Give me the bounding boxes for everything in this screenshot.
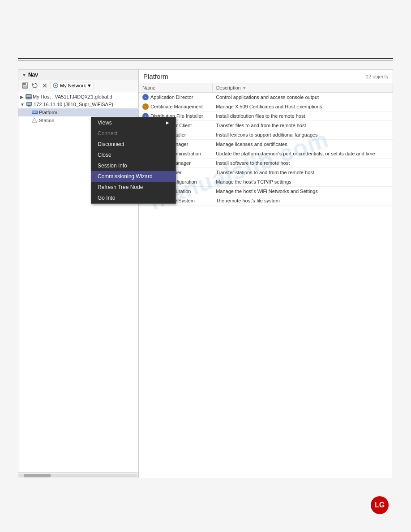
ctx-disconnect[interactable]: Disconnect [91,139,176,150]
station-icon [31,117,38,124]
tree-arrow-station [26,118,31,123]
svg-text:A: A [145,96,146,99]
platform-panel: Platform 12 objects Name Description ▼ [139,69,393,478]
tree-item-platform[interactable]: ⚙ Platform [18,108,138,116]
row-name-text: Application Director [150,94,193,100]
lg-circle: LG [371,496,389,514]
row-description-cell: Manage X.509 Certificates and Host Exemp… [212,102,393,112]
row-description-cell: Manage licenses and certificates [212,140,393,149]
context-menu: Views Connect Disconnect Close Session I… [91,117,176,204]
ip-host-label: 172.16.11.10 (J810_Supr_WiFiSAP) [34,102,113,107]
svg-marker-16 [32,118,37,122]
col-description: Description ▼ [212,83,393,93]
table-row[interactable]: AFile Transfer ClientTransfer files to a… [139,121,393,130]
table-row[interactable]: AWiFi ConfigurationManage the host's WiF… [139,187,393,196]
platform-label: Platform [39,110,57,115]
svg-rect-12 [28,106,30,107]
row-description-cell: Transfer stations to and from the remote… [212,168,393,177]
svg-rect-1 [23,83,26,85]
ctx-refresh-tree-node[interactable]: Refresh Tree Node [91,182,176,193]
tree-item-ip-host[interactable]: ▼ 172.16.11.10 (J810_Supr_WiFiSAP) [18,100,138,108]
ip-host-icon [26,101,33,107]
nav-scrollbar[interactable] [18,472,138,478]
svg-point-6 [55,85,56,86]
row-icon: ! [142,103,149,110]
table-row[interactable]: ADistribution File InstallerInstall dist… [139,112,393,121]
main-area: ▼ Nav [18,69,393,478]
nav-toolbar: My Network ▼ [18,80,138,91]
ctx-commissioning-wizard[interactable]: Commissioning Wizard [91,171,176,182]
row-name-text: Certificate Management [150,104,203,109]
ctx-connect: Connect [91,128,176,139]
table-row[interactable]: ATCP/IP ConfigurationManage the host's T… [139,177,393,187]
network-label: My Network [60,83,86,88]
svg-rect-9 [27,98,30,99]
platform-table: Name Description ▼ AApplication Director… [139,83,393,478]
platform-icon: ⚙ [31,109,38,116]
row-description-cell: Transfer files to and from the remote ho… [212,121,393,130]
top-rule-lines [18,58,393,61]
refresh-button[interactable] [31,82,39,90]
table-row[interactable]: AApplication DirectorControl application… [139,93,393,102]
tree-arrow-my-host: ▶ [20,94,26,99]
ctx-views[interactable]: Views [91,117,176,128]
name-content: AApplication Director [142,94,209,100]
table-row[interactable]: ALexicon InstallerInstall lexicons to su… [139,130,393,140]
row-description-cell: Control applications and access console … [212,93,393,102]
platform-count: 12 objects [366,74,388,79]
nav-header: ▼ Nav [18,70,138,80]
row-name-cell: !Certificate Management [139,102,212,112]
station-label: Station [39,118,54,123]
nav-panel: ▼ Nav [18,69,139,478]
page-wrapper: ▼ Nav [0,0,411,532]
platform-title: Platform [143,73,168,80]
row-description-cell: Install distribution files to the remote… [212,112,393,121]
close-button[interactable] [41,82,49,90]
table-row[interactable]: !Certificate ManagementManage X.509 Cert… [139,102,393,112]
scroll-track[interactable] [19,474,137,477]
row-description-cell: The remote host's file system [212,196,393,206]
row-icon: A [142,94,149,100]
dropdown-arrow: ▼ [87,83,92,88]
save-button[interactable] [21,82,29,90]
ctx-close[interactable]: Close [91,150,176,160]
table-row[interactable]: FRemote File SystemThe remote host's fil… [139,196,393,206]
svg-text:⚙: ⚙ [34,112,35,114]
tree-item-my-host[interactable]: ▶ My Host : VA51LTJ4DQXZ1.global.d [18,93,138,100]
network-dropdown[interactable]: My Network ▼ [51,82,94,89]
lg-logo: LG [371,496,389,514]
svg-rect-2 [23,86,27,88]
table-row[interactable]: APlatform AdministrationUpdate the platf… [139,149,393,159]
ctx-session-info[interactable]: Session Info [91,160,176,171]
row-description-cell: Install software to the remote host [212,159,393,168]
table-row[interactable]: ALicense ManagerManage licenses and cert… [139,140,393,149]
table-row[interactable]: ASoftware ManagerInstall software to the… [139,159,393,168]
row-name-cell: AApplication Director [139,93,212,102]
nav-title: Nav [28,72,38,78]
tree-arrow-ip-host: ▼ [20,102,26,107]
tree-arrow-platform [26,110,31,115]
filter-icon[interactable]: ▼ [242,86,247,90]
nav-collapse-arrow[interactable]: ▼ [22,73,26,77]
my-host-label: My Host : VA51LTJ4DQXZ1.global.d [33,94,112,99]
svg-rect-8 [26,95,31,97]
items-table: Name Description ▼ AApplication Director… [139,83,393,206]
col-name: Name [139,83,212,93]
table-row[interactable]: AStation CopierTransfer stations to and … [139,168,393,177]
svg-rect-11 [27,103,31,105]
name-content: !Certificate Management [142,103,209,110]
ctx-go-into[interactable]: Go Into [91,193,176,203]
host-icon [26,94,32,99]
row-description-cell: Manage the host's WiFi Networks and Sett… [212,187,393,196]
row-description-cell: Install lexicons to support additional l… [212,130,393,140]
row-description-cell: Manage the host's TCP/IP settings [212,177,393,187]
scroll-thumb[interactable] [24,474,51,477]
row-description-cell: Update the platform daemon's port or cre… [212,149,393,159]
platform-header: Platform 12 objects [139,70,393,83]
